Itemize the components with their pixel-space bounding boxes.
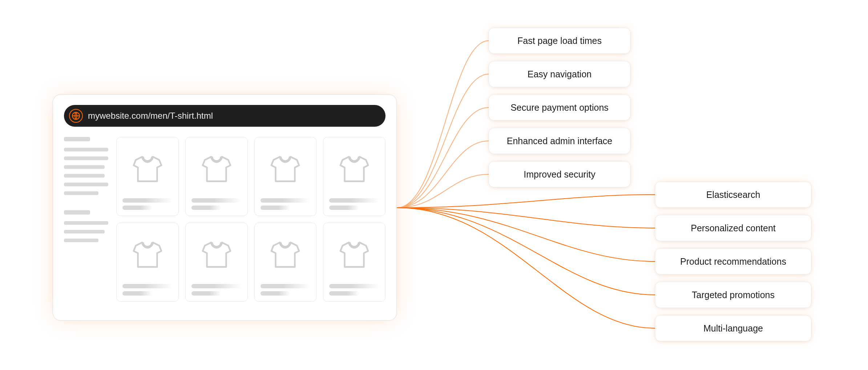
product-card (116, 137, 179, 216)
feature-label: Fast page load times (517, 36, 602, 46)
feature-pill: Personalized content (655, 215, 811, 241)
tshirt-icon (261, 228, 311, 282)
browser-mock: mywebsite.com/men/T-shirt.html (53, 94, 397, 321)
product-card (254, 223, 317, 302)
feature-pill: Fast page load times (489, 28, 630, 54)
feature-label: Multi-language (703, 323, 763, 334)
url-text: mywebsite.com/men/T-shirt.html (88, 111, 213, 121)
product-card (185, 137, 248, 216)
tshirt-icon (329, 142, 379, 197)
product-card (254, 137, 317, 216)
feature-label: Product recommendations (680, 256, 786, 267)
tshirt-icon (261, 142, 311, 197)
feature-label: Enhanced admin interface (507, 136, 612, 146)
feature-pill: Easy navigation (489, 61, 630, 87)
tshirt-icon (122, 142, 173, 197)
tshirt-icon (191, 228, 242, 282)
feature-pill: Targeted promotions (655, 282, 811, 308)
tshirt-icon (122, 228, 173, 282)
product-grid (116, 137, 385, 302)
product-card (323, 223, 385, 302)
product-card (116, 223, 179, 302)
feature-label: Easy navigation (528, 69, 592, 80)
feature-pill: Elasticsearch (655, 182, 811, 208)
feature-pill: Product recommendations (655, 248, 811, 275)
feature-pill: Secure payment options (489, 94, 630, 121)
feature-label: Targeted promotions (692, 290, 775, 300)
globe-icon (69, 109, 83, 123)
feature-label: Elasticsearch (706, 190, 760, 200)
tshirt-icon (191, 142, 242, 197)
feature-label: Secure payment options (510, 102, 609, 113)
feature-pill: Improved security (489, 161, 630, 187)
product-card (323, 137, 385, 216)
url-bar: mywebsite.com/men/T-shirt.html (64, 105, 385, 127)
browser-body (64, 137, 385, 302)
sidebar-skeleton (64, 137, 108, 302)
feature-label: Improved security (524, 169, 595, 180)
tshirt-icon (329, 228, 379, 282)
feature-pill: Enhanced admin interface (489, 128, 630, 154)
product-card (185, 223, 248, 302)
feature-pill: Multi-language (655, 315, 811, 341)
feature-label: Personalized content (691, 223, 775, 233)
